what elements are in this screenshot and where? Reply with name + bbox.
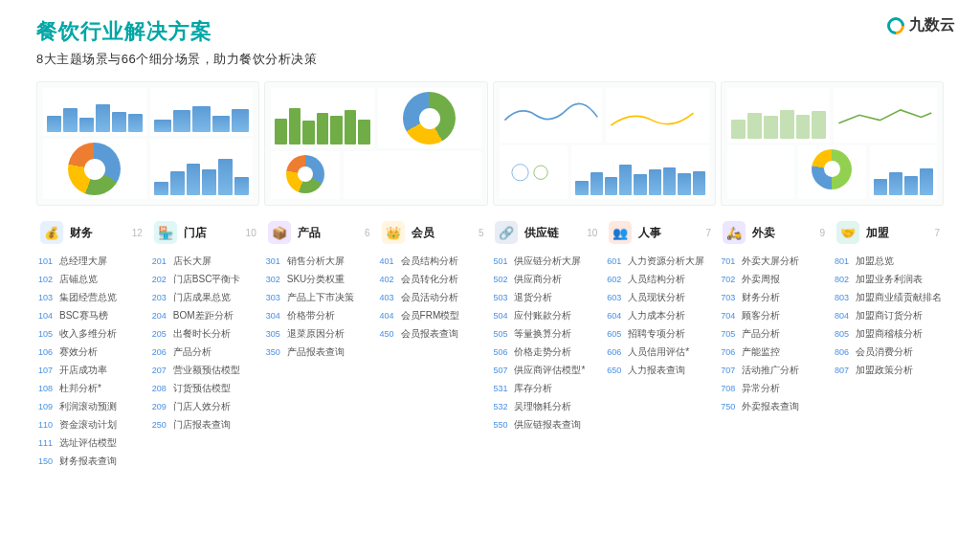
scene-item[interactable]: 702外卖周报 bbox=[719, 270, 829, 288]
scene-num: 503 bbox=[493, 292, 510, 304]
scene-item[interactable]: 203门店成果总览 bbox=[150, 288, 260, 306]
scene-item[interactable]: 550供应链报表查询 bbox=[491, 415, 601, 433]
scene-label: 顾客分析 bbox=[742, 309, 780, 322]
scene-item[interactable]: 532吴理物耗分析 bbox=[491, 397, 601, 415]
scene-item[interactable]: 503退货分析 bbox=[491, 288, 601, 306]
category-count: 7 bbox=[934, 228, 940, 238]
scene-item[interactable]: 701外卖大屏分析 bbox=[719, 252, 829, 270]
category-header: 👑会员5 bbox=[378, 215, 488, 252]
category-icon: 👑 bbox=[382, 221, 405, 244]
scene-item[interactable]: 206产品分析 bbox=[150, 343, 260, 361]
scene-item[interactable]: 401会员结构分析 bbox=[378, 252, 488, 270]
scene-item[interactable]: 801加盟总览 bbox=[833, 252, 944, 270]
dashboard-thumb-4[interactable] bbox=[721, 81, 944, 206]
scene-num: 708 bbox=[721, 383, 738, 395]
scene-item[interactable]: 703财务分析 bbox=[719, 288, 829, 306]
scene-num: 750 bbox=[721, 401, 738, 413]
scene-item[interactable]: 102店铺总览 bbox=[36, 270, 146, 288]
scene-item[interactable]: 202门店BSC平衡卡 bbox=[150, 270, 260, 288]
scene-item[interactable]: 531库存分析 bbox=[491, 379, 601, 397]
scene-item[interactable]: 805加盟商稽核分析 bbox=[833, 324, 944, 343]
scene-item[interactable]: 450会员报表查询 bbox=[378, 324, 488, 343]
scene-label: SKU分类权重 bbox=[287, 273, 345, 286]
scene-item[interactable]: 109利润滚动预测 bbox=[36, 397, 146, 415]
category-icon: 💰 bbox=[40, 221, 63, 244]
scene-num: 205 bbox=[152, 328, 169, 341]
category-column: 👥人事7601人力资源分析大屏602人员结构分析603人员现状分析604人力成本… bbox=[605, 215, 715, 470]
scene-item[interactable]: 507供应商评估模型* bbox=[491, 361, 601, 379]
scene-item[interactable]: 803加盟商业绩贡献排名 bbox=[833, 288, 944, 306]
dashboard-thumb-3[interactable] bbox=[493, 81, 716, 206]
scene-item[interactable]: 303产品上下市决策 bbox=[264, 288, 374, 306]
scene-item[interactable]: 101总经理大屏 bbox=[36, 252, 146, 270]
scene-item[interactable]: 807加盟政策分析 bbox=[833, 361, 944, 379]
scene-num: 103 bbox=[38, 292, 56, 304]
scene-item[interactable]: 403会员活动分析 bbox=[378, 288, 488, 306]
scene-item[interactable]: 304价格带分析 bbox=[264, 306, 374, 324]
scene-item[interactable]: 205出餐时长分析 bbox=[150, 324, 260, 343]
scene-item[interactable]: 207营业额预估模型 bbox=[150, 361, 260, 379]
scene-item[interactable]: 601人力资源分析大屏 bbox=[605, 252, 715, 270]
scene-label: 等量换算分析 bbox=[514, 327, 571, 341]
scene-item[interactable]: 604人力成本分析 bbox=[605, 306, 715, 324]
brand-name: 九数云 bbox=[909, 15, 955, 35]
scene-item[interactable]: 705产品分析 bbox=[719, 324, 829, 343]
scene-item[interactable]: 804加盟商订货分析 bbox=[833, 306, 944, 324]
scene-item[interactable]: 502供应商分析 bbox=[491, 270, 601, 288]
category-header: 🔗供应链10 bbox=[491, 215, 601, 252]
scene-item[interactable]: 204BOM差距分析 bbox=[150, 306, 260, 324]
scene-item[interactable]: 103集团经营总览 bbox=[36, 288, 146, 306]
scene-num: 505 bbox=[493, 328, 510, 341]
scene-item[interactable]: 706产能监控 bbox=[719, 343, 829, 361]
category-count: 5 bbox=[479, 228, 484, 238]
scene-item[interactable]: 110资金滚动计划 bbox=[36, 415, 146, 433]
scene-item[interactable]: 209门店人效分析 bbox=[150, 397, 260, 415]
scene-item[interactable]: 301销售分析大屏 bbox=[264, 252, 374, 270]
scene-num: 707 bbox=[721, 365, 738, 377]
scene-num: 301 bbox=[266, 255, 283, 268]
category-title: 会员 bbox=[412, 225, 434, 241]
scene-item[interactable]: 603人员现状分析 bbox=[605, 288, 715, 306]
scene-item[interactable]: 104BSC赛马榜 bbox=[36, 306, 146, 324]
scene-item[interactable]: 105收入多维分析 bbox=[36, 324, 146, 343]
scene-num: 805 bbox=[835, 328, 852, 341]
scene-item[interactable]: 106赛效分析 bbox=[36, 343, 146, 361]
scene-label: 价格带分析 bbox=[287, 309, 335, 322]
scene-item[interactable]: 505等量换算分析 bbox=[491, 324, 601, 343]
scene-item[interactable]: 111选址评估模型 bbox=[36, 433, 146, 452]
scene-item[interactable]: 606人员信用评估* bbox=[605, 343, 715, 361]
scene-item[interactable]: 305退菜原因分析 bbox=[264, 324, 374, 343]
scene-label: 集团经营总览 bbox=[59, 291, 117, 304]
scene-item[interactable]: 506价格走势分析 bbox=[491, 343, 601, 361]
scene-item[interactable]: 350产品报表查询 bbox=[264, 343, 374, 361]
scene-item[interactable]: 107开店成功率 bbox=[36, 361, 146, 379]
scene-label: 赛效分析 bbox=[59, 345, 98, 359]
scene-item[interactable]: 501供应链分析大屏 bbox=[491, 252, 601, 270]
scene-label: 会员消费分析 bbox=[856, 345, 913, 359]
scene-item[interactable]: 802加盟业务利润表 bbox=[833, 270, 944, 288]
scene-item[interactable]: 402会员转化分析 bbox=[378, 270, 488, 288]
category-items: 601人力资源分析大屏602人员结构分析603人员现状分析604人力成本分析60… bbox=[605, 252, 715, 379]
scene-item[interactable]: 708异常分析 bbox=[719, 379, 829, 397]
scene-item[interactable]: 250门店报表查询 bbox=[150, 415, 260, 433]
scene-item[interactable]: 150财务报表查询 bbox=[36, 452, 146, 470]
scene-num: 801 bbox=[835, 255, 852, 268]
scene-item[interactable]: 201店长大屏 bbox=[150, 252, 260, 270]
scene-item[interactable]: 504应付账款分析 bbox=[491, 306, 601, 324]
scene-item[interactable]: 605招聘专项分析 bbox=[605, 324, 715, 343]
scene-item[interactable]: 704顾客分析 bbox=[719, 306, 829, 324]
scene-item[interactable]: 602人员结构分析 bbox=[605, 270, 715, 288]
scene-item[interactable]: 750外卖报表查询 bbox=[719, 397, 829, 415]
scene-item[interactable]: 707活动推广分析 bbox=[719, 361, 829, 379]
scene-item[interactable]: 806会员消费分析 bbox=[833, 343, 944, 361]
scene-label: 财务分析 bbox=[742, 291, 780, 304]
scene-item[interactable]: 108杜邦分析* bbox=[36, 379, 146, 397]
scene-item[interactable]: 302SKU分类权重 bbox=[264, 270, 374, 288]
scene-item[interactable]: 650人力报表查询 bbox=[605, 361, 715, 379]
scene-num: 150 bbox=[38, 455, 56, 468]
scene-item[interactable]: 404会员FRM模型 bbox=[378, 306, 488, 324]
scene-num: 703 bbox=[721, 292, 738, 304]
scene-item[interactable]: 208订货预估模型 bbox=[150, 379, 260, 397]
dashboard-thumb-1[interactable] bbox=[36, 81, 259, 206]
dashboard-thumb-2[interactable] bbox=[264, 81, 487, 206]
